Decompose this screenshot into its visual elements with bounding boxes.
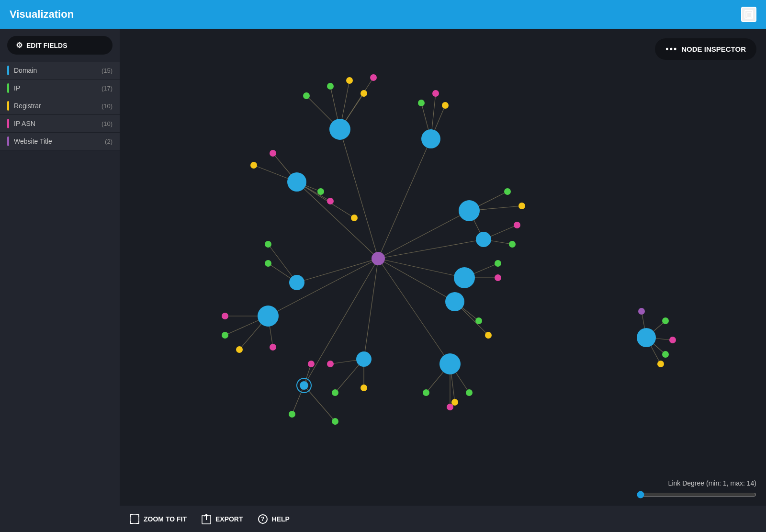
link-degree-section: Link Degree (min: 1, max: 14): [637, 479, 756, 498]
graph-node[interactable]: [466, 389, 473, 396]
graph-node[interactable]: [669, 337, 676, 343]
graph-node[interactable]: [222, 313, 228, 319]
legend-item-registrar[interactable]: Registrar (10): [0, 97, 120, 115]
legend-item-website-title[interactable]: Website Title (2): [0, 133, 120, 150]
graph-node[interactable]: [476, 232, 491, 247]
graph-node[interactable]: [447, 404, 453, 410]
node-inspector-button[interactable]: ••• NODE INSPECTOR: [655, 38, 756, 60]
legend-item-ip-asn[interactable]: IP ASN (10): [0, 115, 120, 133]
graph-visualization[interactable]: [120, 29, 766, 532]
graph-node[interactable]: [270, 150, 276, 157]
graph-node[interactable]: [303, 92, 310, 99]
graph-edge: [378, 259, 450, 364]
graph-node[interactable]: [360, 90, 367, 97]
legend-color-swatch: [7, 66, 9, 75]
edit-fields-button[interactable]: ⚙ EDIT FIELDS: [7, 36, 113, 55]
graph-node[interactable]: [662, 351, 669, 358]
help-label: HELP: [272, 515, 290, 523]
graph-node[interactable]: [222, 332, 228, 339]
legend-color-swatch: [7, 136, 9, 146]
graph-node[interactable]: [236, 346, 243, 353]
graph-node[interactable]: [250, 162, 257, 169]
graph-node[interactable]: [423, 389, 429, 396]
graph-node[interactable]: [454, 267, 475, 288]
zoom-to-fit-icon: [129, 514, 140, 524]
graph-node[interactable]: [332, 418, 338, 425]
graph-canvas[interactable]: ••• NODE INSPECTOR Link Degree (min: 1, …: [120, 29, 766, 532]
svg-rect-1: [747, 12, 752, 17]
legend-item-count: (15): [101, 67, 113, 74]
legend-color-swatch: [7, 119, 9, 128]
graph-node[interactable]: [485, 332, 492, 339]
node-inspector-label: NODE INSPECTOR: [681, 45, 746, 53]
graph-node[interactable]: [657, 361, 664, 367]
legend-item-label: IP: [14, 84, 101, 92]
graph-node[interactable]: [495, 260, 501, 267]
graph-node[interactable]: [351, 215, 358, 221]
graph-node[interactable]: [300, 381, 308, 390]
graph-node[interactable]: [258, 306, 279, 327]
graph-node[interactable]: [504, 188, 511, 195]
graph-node[interactable]: [442, 102, 449, 109]
graph-node[interactable]: [421, 129, 440, 148]
legend-color-swatch: [7, 83, 9, 93]
graph-node[interactable]: [265, 260, 271, 267]
graph-node[interactable]: [289, 411, 295, 418]
app-title: Visualization: [10, 8, 74, 21]
legend-item-ip[interactable]: IP (17): [0, 79, 120, 97]
graph-node[interactable]: [346, 77, 353, 84]
graph-node[interactable]: [289, 275, 304, 290]
graph-node[interactable]: [327, 83, 334, 90]
graph-node[interactable]: [372, 252, 385, 265]
graph-node[interactable]: [495, 274, 501, 281]
graph-node[interactable]: [439, 353, 461, 374]
graph-node[interactable]: [265, 241, 271, 248]
graph-node[interactable]: [270, 344, 276, 351]
graph-edge: [304, 259, 378, 385]
link-degree-label: Link Degree (min: 1, max: 14): [668, 479, 756, 487]
zoom-to-fit-label: ZOOM TO FIT: [144, 515, 187, 523]
graph-node[interactable]: [518, 203, 525, 209]
graph-node[interactable]: [514, 222, 520, 228]
export-button[interactable]: EXPORT: [201, 514, 243, 524]
graph-node[interactable]: [445, 292, 464, 311]
graph-node[interactable]: [356, 351, 372, 367]
graph-node[interactable]: [329, 119, 350, 140]
help-icon: ?: [258, 514, 268, 524]
graph-node[interactable]: [317, 188, 324, 195]
graph-node[interactable]: [662, 317, 669, 324]
link-degree-slider[interactable]: [637, 491, 756, 498]
graph-edge: [378, 211, 469, 259]
graph-node[interactable]: [637, 328, 656, 347]
graph-node[interactable]: [418, 100, 425, 106]
graph-node[interactable]: [327, 361, 334, 367]
graph-edge: [297, 182, 378, 259]
graph-node[interactable]: [509, 241, 516, 248]
graph-edge: [378, 139, 431, 259]
legend-item-domain[interactable]: Domain (15): [0, 62, 120, 79]
graph-node[interactable]: [459, 200, 480, 221]
graph-node[interactable]: [327, 198, 334, 204]
graph-node[interactable]: [370, 74, 377, 81]
graph-edge: [378, 239, 484, 259]
graph-node[interactable]: [308, 361, 315, 367]
expand-button[interactable]: [741, 7, 756, 22]
graph-node[interactable]: [432, 90, 439, 97]
legend-item-label: IP ASN: [14, 120, 101, 127]
help-button[interactable]: ? HELP: [258, 514, 290, 524]
export-icon: [201, 514, 212, 524]
graph-node[interactable]: [475, 317, 482, 324]
graph-node[interactable]: [451, 399, 458, 406]
gear-icon: ⚙: [16, 41, 23, 50]
graph-node[interactable]: [638, 308, 645, 315]
graph-edge: [378, 259, 464, 278]
legend-item-label: Website Title: [14, 137, 105, 145]
graph-node[interactable]: [287, 172, 306, 192]
bottom-toolbar: ZOOM TO FIT EXPORT ? HELP: [120, 506, 766, 532]
legend-item-label: Registrar: [14, 102, 101, 110]
graph-edge: [297, 182, 354, 218]
zoom-to-fit-button[interactable]: ZOOM TO FIT: [129, 514, 187, 524]
graph-node[interactable]: [360, 385, 367, 391]
graph-node[interactable]: [332, 389, 338, 396]
legend-item-count: (17): [101, 85, 113, 92]
